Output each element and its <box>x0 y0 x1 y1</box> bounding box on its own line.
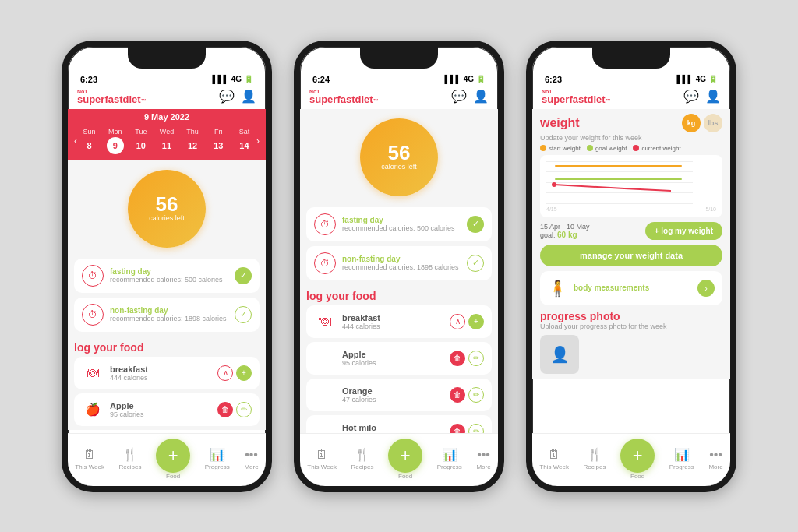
app-header-2: No1 superfastdiet™ 💬 👤 <box>300 86 498 109</box>
nav-recipes-2[interactable]: 🍴 Recipes <box>351 447 374 470</box>
status-icons-3: ▌▌▌ 4G 🔋 <box>676 75 718 83</box>
header-icons-3: 💬 👤 <box>683 89 721 104</box>
legend-goal-label-3: goal weight <box>595 145 627 152</box>
edit-orange-btn-2[interactable]: ✏ <box>468 387 484 403</box>
progress-photo-title-3: progress photo <box>540 310 722 322</box>
nav-more-1[interactable]: ••• More <box>244 448 258 470</box>
thisweek-label-1: This Week <box>75 463 104 470</box>
expand-btn-1[interactable]: ∧ <box>217 365 233 381</box>
food-hotmilo-name-2: Hot milo <box>342 423 380 432</box>
food-breakfast-actions-2: ∧ + <box>450 314 484 329</box>
nav-more-2[interactable]: ••• More <box>476 448 490 470</box>
signal-bars-3: ▌▌▌ <box>676 75 693 83</box>
food-orange-cal-2: 47 calories <box>342 396 376 403</box>
phone2-content: ⏱ fasting day recommended calories: 500 … <box>300 203 498 452</box>
non-fasting-check-2: ✓ <box>467 255 484 272</box>
cal-day-sat: Sat14 <box>235 128 252 154</box>
food-breakfast-icon-2: 🍽 <box>314 311 336 333</box>
kg-btn-3[interactable]: kg <box>682 114 701 132</box>
recipes-icon-3: 🍴 <box>587 447 602 462</box>
header-icons-1: 💬 👤 <box>219 89 256 104</box>
add-food-btn-1[interactable]: + <box>236 365 252 381</box>
chat-icon-1[interactable]: 💬 <box>219 89 235 104</box>
food-fab-1[interactable]: + <box>156 439 190 473</box>
more-label-3: More <box>708 463 722 470</box>
delete-apple-btn-2[interactable]: 🗑 <box>450 351 465 366</box>
profile-icon-2[interactable]: 👤 <box>473 89 489 104</box>
nav-progress-1[interactable]: 📊 Progress <box>205 447 230 470</box>
cal-day-tue: Tue10 <box>132 128 150 154</box>
edit-apple-btn-1[interactable]: ✏ <box>236 402 252 417</box>
recipes-label-1: Recipes <box>119 463 142 470</box>
fasting-title-2: fasting day <box>342 216 455 224</box>
chat-icon-2[interactable]: 💬 <box>451 89 467 104</box>
logo-3: No1 superfastdiet™ <box>542 89 611 104</box>
calendar-grid-1: ‹ Sun8 Mon9 Tue10 Wed11 Thu12 Fri13 Sat1… <box>68 125 266 160</box>
weight-legend-3: start weight goal weight current weight <box>540 145 722 152</box>
delete-orange-btn-2[interactable]: 🗑 <box>450 387 465 403</box>
calendar-header-1: 9 May 2022 <box>68 109 266 125</box>
cal-day-sun: Sun8 <box>81 128 98 154</box>
body-measure-chevron-3[interactable]: › <box>697 280 715 297</box>
food-label-3: Food <box>630 473 644 480</box>
nav-food-3[interactable]: + Food <box>620 439 655 480</box>
profile-icon-3[interactable]: 👤 <box>705 89 721 104</box>
log-food-title-1: log your food <box>74 336 260 357</box>
chat-icon-3[interactable]: 💬 <box>683 89 699 104</box>
chart-date-left-3: 4/15 <box>546 206 557 212</box>
cal-next-1[interactable]: › <box>256 136 260 146</box>
recipes-icon-2: 🍴 <box>355 447 370 462</box>
nav-recipes-1[interactable]: 🍴 Recipes <box>119 447 142 470</box>
nav-thisweek-1[interactable]: 🗓 This Week <box>75 448 104 470</box>
thisweek-icon-3: 🗓 <box>548 448 560 462</box>
edit-apple-btn-2[interactable]: ✏ <box>468 351 484 366</box>
expand-btn-2[interactable]: ∧ <box>450 314 465 329</box>
fasting-check-2: ✓ <box>467 216 484 233</box>
bottom-nav-2: 🗓 This Week 🍴 Recipes + Food 📊 Progress … <box>300 433 498 486</box>
signal-bars-2: ▌▌▌ <box>444 75 461 83</box>
non-fasting-icon-1: ⏱ <box>82 304 104 326</box>
more-icon-3: ••• <box>709 448 722 462</box>
thisweek-label-2: This Week <box>307 463 337 470</box>
battery-icon-3: 🔋 <box>708 75 718 83</box>
chart-dates-3: 4/15 5/10 <box>546 206 716 212</box>
nav-progress-3[interactable]: 📊 Progress <box>669 447 694 470</box>
nav-food-2[interactable]: + Food <box>388 439 422 480</box>
food-item-apple-2: Apple 95 calories 🗑 ✏ <box>306 342 492 375</box>
body-measure-card-3: 🧍 body measurements › <box>540 271 722 305</box>
battery-icon-2: 🔋 <box>476 75 486 83</box>
fasting-icon-2: ⏱ <box>314 213 336 235</box>
nav-recipes-3[interactable]: 🍴 Recipes <box>584 447 606 470</box>
food-breakfast-name-1: breakfast <box>110 365 148 374</box>
progress-icon-3: 📊 <box>674 447 690 462</box>
calorie-number-2: 56 <box>388 143 411 163</box>
profile-icon-1[interactable]: 👤 <box>241 89 256 104</box>
food-fab-2[interactable]: + <box>388 439 422 473</box>
phone-2: 6:24 ▌▌▌ 4G 🔋 No1 superfastdiet™ 💬 👤 <box>294 41 504 492</box>
manage-weight-btn-3[interactable]: manage your weight data <box>540 245 722 266</box>
delete-apple-btn-1[interactable]: 🗑 <box>217 402 233 417</box>
legend-dot-start-3 <box>540 145 546 151</box>
chart-current-svg-3 <box>546 161 682 204</box>
weight-goal-value-3: 60 kg <box>557 231 577 239</box>
nav-more-3[interactable]: ••• More <box>708 448 722 470</box>
network-type-2: 4G <box>464 75 474 83</box>
food-item-orange-2: Orange 47 calories 🗑 ✏ <box>306 379 492 411</box>
non-fasting-sub-1: recommended calories: 1898 calories <box>110 315 227 322</box>
lbs-btn-3[interactable]: lbs <box>704 114 722 132</box>
weight-date-range-3: 15 Apr - 10 May <box>540 223 590 231</box>
nav-thisweek-3[interactable]: 🗓 This Week <box>539 448 569 470</box>
legend-current-3: current weight <box>633 145 680 152</box>
nav-food-1[interactable]: + Food <box>156 439 190 480</box>
food-breakfast-cal-2: 444 calories <box>342 322 380 330</box>
logo-2: No1 superfastdiet™ <box>309 89 379 104</box>
food-fab-3[interactable]: + <box>620 439 655 473</box>
weight-title-3: weight <box>540 116 580 130</box>
nav-thisweek-2[interactable]: 🗓 This Week <box>307 448 337 470</box>
nav-progress-2[interactable]: 📊 Progress <box>437 447 462 470</box>
bottom-nav-1: 🗓 This Week 🍴 Recipes + Food 📊 Progress … <box>68 433 266 486</box>
app-header-3: No1 superfastdiet™ 💬 👤 <box>532 86 730 109</box>
add-food-btn-2[interactable]: + <box>468 314 484 329</box>
log-weight-btn-3[interactable]: + log my weight <box>645 222 722 240</box>
calorie-circle-2: 56 calories left <box>360 118 438 196</box>
